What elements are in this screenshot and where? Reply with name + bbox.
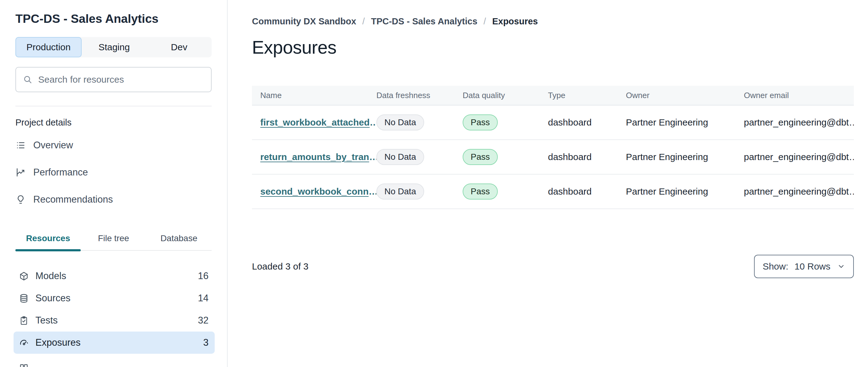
table-row: second_workbook_conn… No Data Pass dashb… — [252, 174, 854, 209]
resource-count: 3 — [203, 337, 209, 348]
owner-email-cell: partner_engineering@dbt… — [744, 117, 854, 128]
tab-database[interactable]: Database — [146, 231, 212, 250]
resource-label: Exposures — [35, 337, 81, 348]
column-header-data-quality: Data quality — [463, 91, 548, 100]
data-quality-badge: Pass — [463, 184, 498, 200]
sidebar-resource-partial[interactable] — [13, 357, 215, 367]
resource-label: Models — [35, 271, 66, 282]
sidebar-resource-exposures[interactable]: Exposures 3 — [13, 332, 215, 354]
resource-count: 16 — [198, 271, 209, 282]
type-cell: dashboard — [548, 186, 626, 197]
truncation-mark: … — [370, 117, 376, 128]
sidebar-item-performance[interactable]: Performance — [16, 159, 212, 186]
sidebar-resource-sources[interactable]: Sources 14 — [13, 287, 215, 309]
breadcrumb-separator: / — [362, 16, 365, 27]
exposure-name-link[interactable]: second_workbook_conn… — [260, 186, 376, 196]
gauge-icon — [19, 338, 29, 348]
resource-count: 14 — [198, 293, 209, 304]
sidebar-resource-models[interactable]: Models 16 — [13, 265, 215, 287]
column-header-owner-email: Owner email — [744, 91, 854, 100]
resource-list: Models 16 Sources 14 Tests — [13, 265, 215, 367]
column-header-owner: Owner — [626, 91, 744, 100]
sidebar-item-overview[interactable]: Overview — [16, 132, 212, 159]
exposures-table: Name Data freshness Data quality Type Ow… — [252, 86, 854, 209]
page-title: Exposures — [252, 37, 854, 58]
loaded-status: Loaded 3 of 3 — [252, 261, 309, 272]
data-freshness-badge: No Data — [376, 184, 424, 200]
tab-file-tree[interactable]: File tree — [81, 231, 146, 250]
search-icon — [23, 75, 33, 85]
app-root: TPC-DS - Sales Analytics Production Stag… — [0, 0, 868, 367]
truncation-mark: … — [369, 152, 376, 162]
sidebar-item-recommendations[interactable]: Recommendations — [16, 186, 212, 213]
owner-cell: Partner Engineering — [626, 186, 744, 197]
data-quality-badge: Pass — [463, 149, 498, 165]
rows-per-page-dropdown[interactable]: Show: 10 Rows — [754, 255, 854, 278]
env-tab-dev[interactable]: Dev — [147, 37, 212, 57]
data-quality-badge: Pass — [463, 114, 498, 131]
clipboard-check-icon — [19, 315, 29, 326]
table-row: first_workbook_attached… No Data Pass da… — [252, 106, 854, 140]
breadcrumb-current: Exposures — [492, 16, 538, 27]
show-value: 10 Rows — [795, 261, 830, 272]
truncation-mark: … — [849, 186, 854, 196]
lightbulb-icon — [16, 194, 26, 205]
type-cell: dashboard — [548, 117, 626, 128]
breadcrumb-project[interactable]: TPC-DS - Sales Analytics — [371, 16, 477, 27]
sidebar-item-label: Performance — [33, 167, 88, 178]
env-tab-staging[interactable]: Staging — [82, 37, 147, 57]
tab-resources[interactable]: Resources — [16, 231, 81, 250]
grid-icon — [19, 363, 29, 367]
column-header-type: Type — [548, 91, 626, 100]
truncation-mark: … — [849, 117, 854, 128]
project-details-label: Project details — [16, 117, 212, 128]
database-icon — [19, 293, 29, 304]
project-title: TPC-DS - Sales Analytics — [16, 12, 212, 26]
exposure-name-link[interactable]: return_amounts_by_tran… — [260, 152, 376, 162]
environment-tabs: Production Staging Dev — [16, 37, 212, 57]
cube-icon — [19, 271, 29, 281]
resource-count: 32 — [198, 315, 209, 326]
list-icon — [16, 140, 26, 150]
resource-tabs: Resources File tree Database — [16, 231, 212, 251]
truncation-mark: … — [369, 186, 376, 196]
main-content: Community DX Sandbox / TPC-DS - Sales An… — [228, 0, 868, 367]
show-label: Show: — [763, 261, 788, 272]
exposure-name-link[interactable]: first_workbook_attached… — [260, 117, 376, 128]
env-tab-production[interactable]: Production — [16, 37, 82, 57]
sidebar-item-label: Overview — [33, 140, 73, 151]
table-row: return_amounts_by_tran… No Data Pass das… — [252, 140, 854, 174]
type-cell: dashboard — [548, 152, 626, 162]
chevron-down-icon — [837, 262, 845, 271]
sidebar-item-label: Recommendations — [33, 194, 113, 205]
search-box[interactable] — [16, 67, 212, 92]
sidebar: TPC-DS - Sales Analytics Production Stag… — [0, 0, 228, 367]
owner-cell: Partner Engineering — [626, 117, 744, 128]
search-input[interactable] — [38, 74, 204, 85]
resource-label: Tests — [35, 315, 58, 326]
data-freshness-badge: No Data — [376, 149, 424, 165]
project-nav: Overview Performance Recommendations — [16, 132, 212, 213]
table-footer: Loaded 3 of 3 Show: 10 Rows — [252, 255, 854, 278]
column-header-data-freshness: Data freshness — [376, 91, 463, 100]
breadcrumb-separator: / — [484, 16, 486, 27]
column-header-name: Name — [260, 91, 376, 100]
truncation-mark: … — [849, 152, 854, 162]
resource-label: Sources — [35, 293, 70, 304]
sidebar-resource-tests[interactable]: Tests 32 — [13, 309, 215, 332]
data-freshness-badge: No Data — [376, 114, 424, 131]
breadcrumb-account[interactable]: Community DX Sandbox — [252, 16, 356, 27]
owner-email-cell: partner_engineering@dbt… — [744, 152, 854, 162]
chart-line-icon — [16, 167, 26, 178]
table-header-row: Name Data freshness Data quality Type Ow… — [252, 86, 854, 106]
sidebar-section-divider — [16, 106, 212, 106]
owner-email-cell: partner_engineering@dbt… — [744, 186, 854, 197]
owner-cell: Partner Engineering — [626, 152, 744, 162]
breadcrumb: Community DX Sandbox / TPC-DS - Sales An… — [252, 16, 854, 27]
